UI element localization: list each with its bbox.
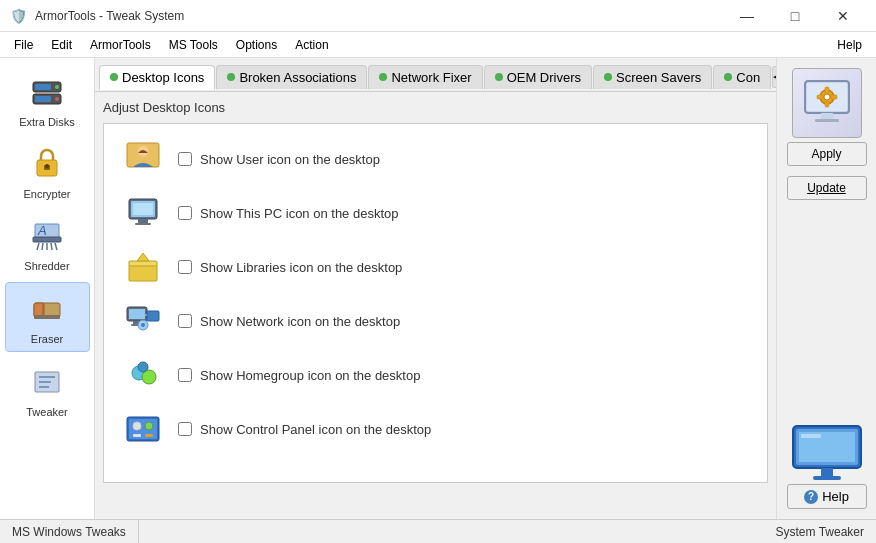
tab-screen-savers[interactable]: Screen Savers [593,65,712,89]
option-row-libraries: Show Libraries icon on the desktop [124,248,747,286]
menu-help[interactable]: Help [829,35,870,55]
status-bar: MS Windows Tweaks System Tweaker [0,519,876,543]
svg-line-15 [51,243,52,250]
apply-button[interactable]: Apply [787,142,867,166]
sidebar-encrypter-label: Encrypter [23,188,70,200]
sidebar-item-shredder[interactable]: A Shredder [5,210,90,278]
menu-bar: File Edit ArmorTools MS Tools Options Ac… [0,32,876,58]
sidebar-item-eraser[interactable]: Eraser [5,282,90,352]
menu-options[interactable]: Options [228,35,285,55]
label-network-icon: Show Network icon on the desktop [200,314,400,329]
sidebar-eraser-label: Eraser [31,333,63,345]
close-button[interactable]: ✕ [820,2,866,30]
svg-rect-31 [135,223,151,225]
checkbox-user-icon[interactable] [178,152,192,166]
content-area: Desktop Icons Broken Associations Networ… [95,58,776,519]
menu-mstools[interactable]: MS Tools [161,35,226,55]
menu-file[interactable]: File [6,35,41,55]
svg-rect-3 [35,96,51,102]
label-user-icon: Show User icon on the desktop [200,152,380,167]
svg-rect-37 [129,309,145,319]
svg-rect-68 [813,476,841,480]
menu-armortools[interactable]: ArmorTools [82,35,159,55]
tab-oem-drivers-dot [495,73,503,81]
check-controlpanel-icon[interactable]: Show Control Panel icon on the desktop [178,422,431,437]
right-panel: Apply Update ? Help [776,58,876,519]
tabs-bar: Desktop Icons Broken Associations Networ… [95,58,776,92]
label-controlpanel-icon: Show Control Panel icon on the desktop [200,422,431,437]
minimize-button[interactable]: — [724,2,770,30]
svg-text:A: A [37,223,47,238]
svg-rect-33 [129,265,157,281]
svg-point-46 [138,362,148,372]
svg-rect-57 [825,87,829,93]
svg-rect-52 [145,434,153,437]
svg-rect-11 [33,237,61,242]
option-row-thispc: Show This PC icon on the desktop [124,194,747,232]
option-row-user: Show User icon on the desktop [124,140,747,178]
checkbox-controlpanel-icon[interactable] [178,422,192,436]
panel-content: Show User icon on the desktop [103,123,768,483]
network-desktop-icon [124,302,162,340]
tab-con-dot [724,73,732,81]
check-libraries-icon[interactable]: Show Libraries icon on the desktop [178,260,402,275]
tab-network-fixer[interactable]: Network Fixer [368,65,482,89]
checkbox-thispc-icon[interactable] [178,206,192,220]
sidebar-item-encrypter[interactable]: Encrypter [5,138,90,206]
svg-rect-30 [138,219,148,223]
maximize-button[interactable]: □ [772,2,818,30]
tab-broken-associations-label: Broken Associations [239,70,356,85]
help-right-button[interactable]: ? Help [787,484,867,509]
tab-con[interactable]: Con [713,65,771,89]
user-desktop-icon [124,140,162,178]
panel-title: Adjust Desktop Icons [103,100,768,115]
checkbox-libraries-icon[interactable] [178,260,192,274]
check-thispc-icon[interactable]: Show This PC icon on the desktop [178,206,399,221]
svg-rect-62 [815,119,839,122]
tab-desktop-icons[interactable]: Desktop Icons [99,65,215,90]
status-left: MS Windows Tweaks [0,520,139,543]
svg-rect-58 [825,101,829,107]
sidebar-item-extra-disks[interactable]: Extra Disks [5,66,90,134]
libraries-desktop-icon [124,248,162,286]
check-network-icon[interactable]: Show Network icon on the desktop [178,314,400,329]
checkbox-network-icon[interactable] [178,314,192,328]
label-thispc-icon: Show This PC icon on the desktop [200,206,399,221]
update-button[interactable]: Update [787,176,867,200]
tab-desktop-icons-dot [110,73,118,81]
svg-rect-40 [147,311,159,321]
controlpanel-desktop-icon [124,410,162,448]
sidebar-extra-disks-label: Extra Disks [19,116,75,128]
svg-point-56 [824,94,830,100]
svg-rect-20 [34,315,60,319]
sidebar-shredder-label: Shredder [24,260,69,272]
monitor-illustration [791,424,863,484]
option-row-network: Show Network icon on the desktop [124,302,747,340]
monitor-area: ? Help [787,424,867,509]
status-right: System Tweaker [764,520,876,543]
svg-rect-67 [821,468,833,476]
check-user-icon[interactable]: Show User icon on the desktop [178,152,380,167]
svg-point-43 [141,323,145,327]
svg-rect-51 [133,434,141,437]
check-homegroup-icon[interactable]: Show Homegroup icon on the desktop [178,368,420,383]
svg-rect-59 [817,95,823,99]
title-bar: 🛡️ ArmorTools - Tweak System — □ ✕ [0,0,876,32]
svg-marker-35 [137,253,149,261]
sidebar-tweaker-label: Tweaker [26,406,68,418]
menu-edit[interactable]: Edit [43,35,80,55]
tab-oem-drivers[interactable]: OEM Drivers [484,65,592,89]
svg-point-4 [55,85,59,89]
apply-icon-box [792,68,862,138]
tab-broken-associations[interactable]: Broken Associations [216,65,367,89]
svg-line-12 [37,243,39,250]
tab-screen-savers-dot [604,73,612,81]
sidebar-item-tweaker[interactable]: Tweaker [5,356,90,424]
checkbox-homegroup-icon[interactable] [178,368,192,382]
menu-action[interactable]: Action [287,35,336,55]
encrypter-icon [27,144,67,184]
tab-desktop-icons-label: Desktop Icons [122,70,204,85]
svg-rect-66 [801,434,821,438]
option-row-controlpanel: Show Control Panel icon on the desktop [124,410,747,448]
option-row-homegroup: Show Homegroup icon on the desktop [124,356,747,394]
